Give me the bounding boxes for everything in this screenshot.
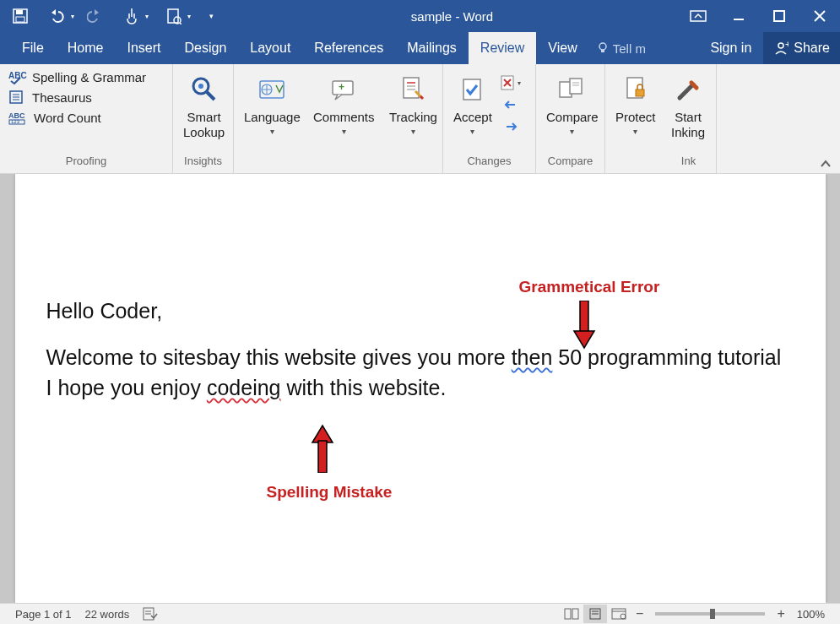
svg-rect-39 bbox=[570, 79, 582, 94]
grammar-error-word[interactable]: then bbox=[512, 345, 553, 369]
annotation-grammar-label: Grammetical Error bbox=[519, 278, 660, 296]
svg-line-24 bbox=[207, 92, 214, 100]
smart-lookup-button[interactable]: Smart Lookup bbox=[178, 68, 230, 140]
spelling-error-word[interactable]: codeing bbox=[207, 376, 281, 399]
status-proofing[interactable] bbox=[136, 607, 165, 621]
word-count-button[interactable]: ABC123 Word Count bbox=[8, 110, 146, 125]
zoom-slider[interactable] bbox=[655, 612, 765, 616]
tab-view[interactable]: View bbox=[536, 32, 588, 64]
document-greeting[interactable]: Hello Coder, bbox=[46, 299, 785, 323]
word-count-label: Word Count bbox=[34, 111, 101, 125]
accept-label: Accept bbox=[453, 110, 492, 125]
group-proofing-label: Proofing bbox=[5, 155, 167, 170]
magnifier-icon bbox=[189, 74, 219, 105]
group-compare-label: Compare bbox=[541, 155, 599, 170]
svg-rect-3 bbox=[168, 9, 178, 23]
ink-pen-icon bbox=[675, 76, 702, 103]
tracking-icon bbox=[400, 76, 425, 103]
next-change-button[interactable] bbox=[501, 117, 521, 137]
share-button[interactable]: + Share bbox=[763, 32, 840, 64]
tell-me-search[interactable]: Tell m bbox=[589, 32, 653, 64]
zoom-slider-thumb[interactable] bbox=[710, 609, 715, 619]
status-words[interactable]: 22 words bbox=[79, 608, 137, 621]
tab-mailings[interactable]: Mailings bbox=[395, 32, 469, 64]
tracking-label: Tracking bbox=[389, 110, 437, 125]
collapse-ribbon-button[interactable] bbox=[820, 160, 832, 168]
qat-customize[interactable]: ▾ bbox=[196, 3, 226, 30]
svg-point-57 bbox=[621, 614, 626, 619]
web-layout-button[interactable] bbox=[607, 605, 631, 623]
close-button[interactable] bbox=[799, 0, 840, 32]
chevron-down-icon: ▾ bbox=[411, 127, 415, 136]
print-layout-button[interactable] bbox=[583, 605, 607, 623]
protect-icon bbox=[624, 76, 648, 103]
svg-rect-6 bbox=[691, 11, 706, 21]
protect-button[interactable]: Protect ▾ bbox=[610, 68, 661, 136]
protect-label: Protect bbox=[615, 110, 656, 125]
svg-rect-45 bbox=[580, 301, 588, 333]
tab-insert[interactable]: Insert bbox=[115, 32, 172, 64]
language-button[interactable]: Language ▾ bbox=[239, 68, 306, 136]
arrow-up-icon bbox=[311, 424, 334, 473]
spelling-grammar-button[interactable]: ABC Spelling & Grammar bbox=[8, 69, 146, 84]
comments-label: Comments bbox=[313, 110, 375, 125]
tab-design[interactable]: Design bbox=[172, 32, 238, 64]
svg-text:123: 123 bbox=[11, 119, 20, 124]
document-body[interactable]: Welcome to sitesbay this website gives y… bbox=[46, 342, 785, 404]
touch-mode-button[interactable]: ▾ bbox=[111, 3, 152, 30]
tab-home[interactable]: Home bbox=[56, 32, 116, 64]
redo-button[interactable] bbox=[79, 3, 110, 30]
undo-button[interactable]: ▾ bbox=[37, 3, 78, 30]
tab-review[interactable]: Review bbox=[469, 32, 536, 64]
share-label: Share bbox=[794, 41, 830, 56]
svg-rect-12 bbox=[601, 50, 604, 52]
compare-button[interactable]: Compare ▾ bbox=[541, 68, 604, 136]
proofing-status-icon bbox=[143, 607, 158, 621]
print-preview-button[interactable]: ▾ bbox=[154, 3, 194, 30]
reject-button[interactable]: ▾ bbox=[501, 73, 521, 93]
language-icon bbox=[257, 77, 286, 102]
svg-rect-34 bbox=[463, 79, 480, 100]
svg-rect-30 bbox=[404, 78, 419, 98]
previous-icon bbox=[503, 99, 518, 111]
text-segment: Welcome to sitesbay this website gives y… bbox=[46, 345, 512, 369]
svg-rect-2 bbox=[16, 17, 24, 22]
svg-text:+: + bbox=[785, 41, 789, 49]
svg-rect-1 bbox=[16, 10, 23, 14]
print-layout-icon bbox=[588, 608, 602, 620]
svg-rect-50 bbox=[565, 609, 571, 619]
document-area[interactable]: Hello Coder, Welcome to sitesbay this we… bbox=[0, 174, 840, 603]
svg-line-5 bbox=[180, 23, 182, 24]
read-mode-button[interactable] bbox=[560, 605, 583, 623]
wordcount-icon: ABC123 bbox=[8, 110, 29, 125]
zoom-in-button[interactable]: + bbox=[772, 606, 789, 621]
read-mode-icon bbox=[564, 608, 579, 620]
tracking-button[interactable]: Tracking ▾ bbox=[384, 68, 442, 136]
zoom-out-button[interactable]: − bbox=[631, 606, 648, 621]
maximize-button[interactable] bbox=[759, 0, 799, 32]
ribbon-display-options[interactable] bbox=[678, 0, 718, 32]
tab-references[interactable]: References bbox=[302, 32, 395, 64]
save-button[interactable] bbox=[5, 3, 35, 30]
accept-button[interactable]: Accept ▾ bbox=[448, 68, 497, 136]
smart-lookup-label: Smart Lookup bbox=[183, 110, 225, 140]
chevron-down-icon: ▾ bbox=[570, 127, 574, 136]
tab-file[interactable]: File bbox=[10, 32, 56, 64]
previous-change-button[interactable] bbox=[501, 95, 521, 115]
thesaurus-button[interactable]: Thesaurus bbox=[8, 90, 146, 105]
comments-button[interactable]: + Comments ▾ bbox=[308, 68, 380, 136]
zoom-level[interactable]: 100% bbox=[790, 608, 832, 621]
start-inking-button[interactable]: Start Inking bbox=[666, 68, 710, 140]
svg-rect-51 bbox=[572, 609, 578, 619]
status-page[interactable]: Page 1 of 1 bbox=[8, 608, 79, 621]
document-page[interactable]: Hello Coder, Welcome to sitesbay this we… bbox=[15, 174, 826, 603]
minimize-button[interactable] bbox=[718, 0, 759, 32]
thesaurus-label: Thesaurus bbox=[32, 90, 92, 105]
compare-label: Compare bbox=[546, 110, 599, 125]
sign-in-button[interactable]: Sign in bbox=[698, 32, 763, 64]
next-icon bbox=[503, 121, 518, 133]
svg-rect-43 bbox=[636, 90, 644, 96]
tab-layout[interactable]: Layout bbox=[238, 32, 302, 64]
reject-icon bbox=[501, 75, 517, 90]
text-segment: with this website. bbox=[281, 376, 447, 399]
